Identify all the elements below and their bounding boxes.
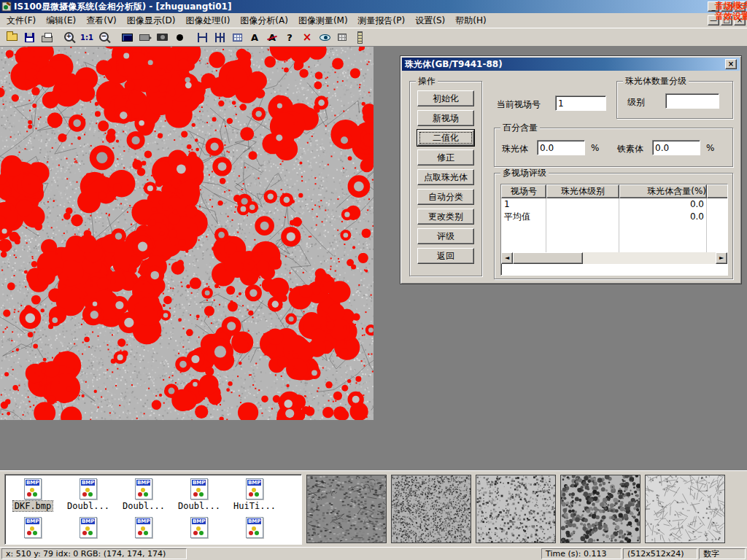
- delete-marks-button[interactable]: ×: [298, 29, 316, 45]
- camcorder-button[interactable]: [136, 29, 153, 45]
- pearlite-percent-sign: %: [591, 143, 599, 153]
- camera-icon: [157, 34, 168, 41]
- toolbar: + 1:1 − A A ? ×: [0, 28, 747, 47]
- scroll-left-arrow[interactable]: ◄: [501, 252, 513, 264]
- file-row-partial: BMP BMP BMP BMP BMP: [5, 511, 301, 538]
- file-item-partial[interactable]: BMP: [227, 517, 282, 538]
- grid-overlay-button[interactable]: [333, 29, 351, 45]
- bmp-tag: BMP: [247, 518, 261, 524]
- percent-group: 百分含量 珠光体 % 铁素体 %: [494, 128, 733, 167]
- text-edit-button[interactable]: A: [263, 29, 281, 45]
- thumbnail-2[interactable]: [391, 475, 471, 543]
- file-label: HuiTi...: [232, 501, 277, 511]
- bmp-tag: BMP: [192, 480, 206, 486]
- pearlite-percent-input[interactable]: [537, 140, 585, 155]
- minus-glyph: −: [101, 33, 107, 39]
- file-item-doubl1[interactable]: BMP Doubl...: [61, 478, 116, 511]
- current-field-label: 当前视场号: [497, 98, 541, 111]
- open-button[interactable]: [3, 29, 20, 45]
- current-field-input[interactable]: [555, 96, 606, 111]
- return-button[interactable]: 返回: [417, 248, 474, 264]
- open-folder-icon: [7, 34, 18, 41]
- menu-image-measure[interactable]: 图像测量(M): [293, 13, 353, 28]
- bmp-tag: BMP: [26, 518, 39, 524]
- file-item-partial[interactable]: BMP: [61, 517, 116, 538]
- file-item-dkf[interactable]: BMP DKF.bmp: [5, 478, 61, 511]
- col-ferrite-content: 铁素体含量(%): [707, 184, 728, 198]
- video-display-button[interactable]: [118, 29, 136, 45]
- menu-help[interactable]: 帮助(H): [450, 13, 491, 28]
- menu-measure-report[interactable]: 测量报告(P): [353, 13, 411, 28]
- change-class-button[interactable]: 更改类别: [417, 209, 474, 225]
- cell-grade: [546, 198, 619, 211]
- measure-grid-icon: [233, 34, 242, 42]
- binarize-button[interactable]: 二值化: [417, 130, 474, 146]
- menu-bar: 文件(F) 编辑(E) 查看(V) 图像显示(D) 图像处理(I) 图像分析(A…: [0, 13, 747, 28]
- measure-grid-button[interactable]: [228, 29, 246, 45]
- zoom-in-button[interactable]: +: [61, 29, 78, 45]
- menu-image-processing[interactable]: 图像处理(I): [180, 13, 235, 28]
- multi-field-group-label: 多视场评级: [500, 168, 549, 178]
- cell-field: 1: [501, 198, 546, 211]
- toolbar-separator: [113, 29, 118, 45]
- save-button[interactable]: [20, 29, 38, 45]
- grade-input[interactable]: [665, 93, 719, 109]
- ruler-icon: [357, 31, 363, 44]
- bmp-tag: BMP: [192, 518, 206, 524]
- help-button[interactable]: ?: [281, 29, 298, 45]
- pick-pearlite-button[interactable]: 点取珠光体: [417, 169, 474, 185]
- menu-settings[interactable]: 设置(S): [410, 13, 450, 28]
- bmp-file-icon: BMP: [80, 517, 97, 538]
- zoom-out-button[interactable]: −: [96, 29, 113, 45]
- menu-image-display[interactable]: 图像显示(D): [122, 13, 181, 28]
- file-item-huiti[interactable]: BMP HuiTi...: [227, 478, 282, 511]
- text-annotation-button[interactable]: A: [246, 29, 263, 45]
- table-row-average[interactable]: 平均值 0.0: [501, 211, 728, 223]
- scroll-thumb[interactable]: [513, 252, 583, 264]
- dialog-close-button[interactable]: ×: [725, 59, 737, 69]
- caliper-multi-icon: [215, 33, 225, 42]
- micrograph-image[interactable]: [0, 47, 374, 420]
- dialog-title-bar[interactable]: 珠光体(GB/T9441-88) ×: [402, 58, 740, 71]
- menu-image-analysis[interactable]: 图像分析(A): [235, 13, 293, 28]
- thumbnail-3[interactable]: [476, 475, 556, 543]
- correct-button[interactable]: 修正: [417, 149, 474, 166]
- file-item-partial[interactable]: BMP: [5, 517, 61, 538]
- scroll-right-arrow[interactable]: ►: [716, 252, 727, 264]
- cell-field: 平均值: [501, 211, 546, 223]
- table-row[interactable]: 1 0.0: [501, 198, 728, 211]
- auto-classify-button[interactable]: 自动分类: [417, 189, 474, 205]
- measure-multi-button[interactable]: [211, 29, 228, 45]
- grade-button[interactable]: 评级: [417, 228, 474, 244]
- menu-edit[interactable]: 编辑(E): [41, 13, 81, 28]
- ruler-button[interactable]: [351, 29, 368, 45]
- capture-button[interactable]: [153, 29, 171, 45]
- target-dot-icon: [177, 34, 183, 41]
- print-button[interactable]: [38, 29, 55, 45]
- menu-view[interactable]: 查看(V): [81, 13, 122, 28]
- file-item-doubl2[interactable]: BMP Doubl...: [116, 478, 171, 511]
- init-button[interactable]: 初始化: [417, 90, 474, 106]
- status-filler: [187, 548, 540, 559]
- mdi-client-area: 珠光体(GB/T9441-88) × 操作 初始化 新视场 二值化 修正 点取珠…: [0, 47, 747, 470]
- actual-size-button[interactable]: 1:1: [78, 29, 96, 45]
- toolbar-separator: [188, 29, 193, 45]
- ferrite-percent-input[interactable]: [652, 140, 700, 155]
- bmp-file-icon: BMP: [190, 478, 208, 499]
- thumbnail-1[interactable]: [306, 475, 387, 543]
- scroll-track[interactable]: [583, 252, 716, 264]
- target-button[interactable]: [171, 29, 188, 45]
- file-item-partial[interactable]: BMP: [116, 517, 171, 538]
- measure-length-button[interactable]: [193, 29, 211, 45]
- menu-file[interactable]: 文件(F): [1, 13, 41, 28]
- file-label: Doubl...: [121, 501, 166, 511]
- file-item-partial[interactable]: BMP: [171, 517, 227, 538]
- file-item-doubl3[interactable]: BMP Doubl...: [171, 478, 227, 511]
- pearlite-label: 珠光体: [502, 143, 528, 155]
- cursor-position-status: x: 510 y: 79 idx: 0 RGB: (174, 174, 174): [1, 548, 187, 559]
- camcorder-icon: [139, 34, 150, 41]
- new-field-button[interactable]: 新视场: [417, 110, 474, 126]
- thumbnail-4[interactable]: [560, 475, 640, 543]
- preview-button[interactable]: [316, 29, 333, 45]
- thumbnail-5[interactable]: [645, 475, 725, 543]
